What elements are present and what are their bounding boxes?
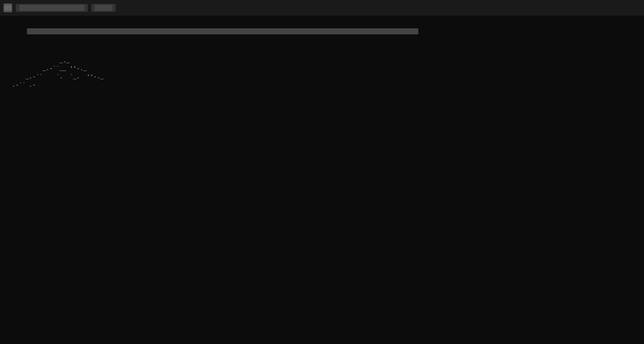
terminal-content[interactable]: _._ _.-``__ ''-._ _.-`` `. `_. ''-._ .-`…: [0, 16, 644, 344]
app-icon: [3, 3, 12, 12]
minimize-button[interactable]: [601, 2, 613, 14]
titlebar-controls: [601, 2, 641, 14]
close-button[interactable]: [628, 2, 641, 14]
svg-rect-0: [5, 6, 10, 10]
redis-ascii-logo: _._ _.-``__ ''-._ _.-`` `. `_. ''-._ .-`…: [5, 49, 239, 90]
terminal-window: _._ _.-``__ ''-._ _.-`` `. `_. ''-._ .-`…: [0, 0, 644, 344]
maximize-button[interactable]: [614, 2, 627, 14]
warning-line-2: [5, 20, 639, 45]
titlebar-left: [3, 3, 116, 12]
titlebar: [0, 0, 644, 16]
titlebar-title: [16, 4, 88, 12]
titlebar-tab[interactable]: [91, 4, 116, 12]
ascii-art-section: _._ _.-``__ ''-._ _.-`` `. `_. ''-._ .-`…: [5, 49, 639, 90]
